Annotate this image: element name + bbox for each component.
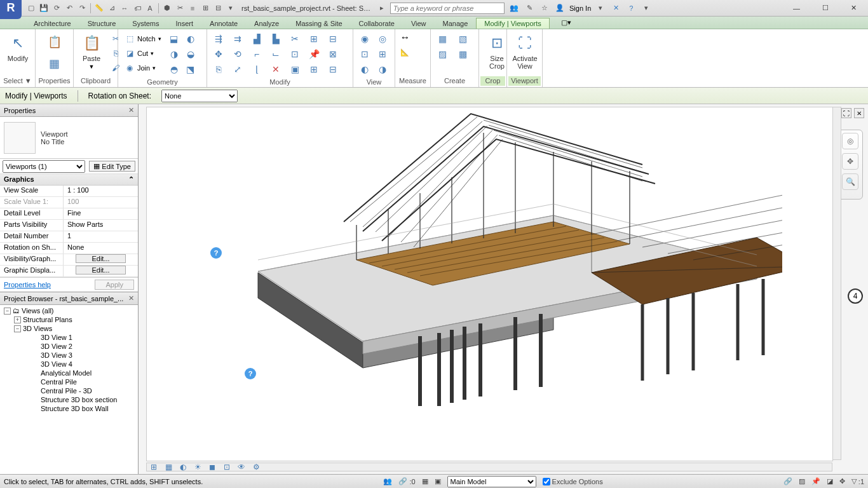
cr3-btn[interactable]: ▨ (435, 47, 450, 61)
group-graphics[interactable]: Graphics⌃ (0, 174, 138, 186)
tab-manage[interactable]: Manage (435, 18, 477, 29)
split2-btn[interactable]: ⊡ (287, 47, 302, 61)
sel-underlay-icon[interactable]: ▨ (799, 477, 805, 485)
crop-icon[interactable]: ⊡ (220, 461, 233, 473)
tab-analyze[interactable]: Analyze (246, 18, 287, 29)
tree-node[interactable]: 3D View 1 (0, 333, 138, 342)
join-button[interactable]: ◉Join▾ (122, 61, 164, 75)
section-icon[interactable]: ✂ (174, 3, 186, 14)
tree-node[interactable]: 3D View 4 (0, 360, 138, 369)
property-row[interactable]: Rotation on Sh...None (0, 243, 138, 254)
instance-selector[interactable]: Viewports (1) (3, 160, 85, 173)
tab-modify-viewports[interactable]: Modify | Viewports (476, 18, 549, 29)
sun-icon[interactable]: ☀ (191, 461, 204, 473)
mirror2-btn[interactable]: ▙ (268, 32, 283, 46)
text-icon[interactable]: A (144, 3, 156, 14)
arr3-btn[interactable]: ⊞ (306, 62, 322, 76)
tree-node[interactable]: Structure 3D box Wall (0, 404, 138, 413)
help-icon[interactable]: ? (625, 3, 637, 14)
pan-icon[interactable]: ✥ (842, 153, 858, 170)
rotate-btn[interactable]: ⟲ (230, 47, 245, 61)
signin-link[interactable]: Sign In (569, 4, 591, 12)
geom3-icon[interactable]: ◒ (183, 47, 198, 61)
exclude-options-check[interactable]: Exclude Options (543, 478, 603, 485)
undo-icon[interactable]: ↶ (64, 3, 75, 14)
expand-icon[interactable]: + (14, 316, 21, 323)
design-options-icon[interactable]: ▦ (422, 477, 428, 485)
property-row[interactable]: Visibility/Graph...Edit... (0, 254, 138, 266)
max-view-icon[interactable]: ⛶ (841, 108, 851, 118)
property-row[interactable]: View Scale1 : 100 (0, 186, 138, 197)
array-btn[interactable]: ⊞ (306, 32, 322, 46)
drag-icon[interactable]: ✥ (839, 477, 845, 485)
user-icon[interactable]: 👤 (554, 3, 566, 14)
trim-btn[interactable]: ⌐ (249, 47, 264, 61)
sel-link-icon[interactable]: 🔗 (783, 477, 792, 485)
sel-face-icon[interactable]: ◪ (827, 477, 833, 485)
ribbon-switch-icon[interactable]: ▢▾ (555, 17, 578, 29)
thin-icon[interactable]: ≡ (187, 3, 198, 14)
modify-button[interactable]: ↖Modify (4, 32, 32, 64)
collapse-icon[interactable]: ⌃ (128, 175, 134, 184)
tab-annotate[interactable]: Annotate (201, 18, 246, 29)
vw2-btn[interactable]: ◎ (375, 32, 390, 46)
cut-geom-button[interactable]: ◪Cut▾ (122, 46, 164, 60)
panel-title-select[interactable]: Select ▼ (1, 76, 34, 86)
mirror-btn[interactable]: ▟ (249, 32, 264, 46)
copy2-btn[interactable]: ⎘ (211, 62, 226, 76)
type-properties-button[interactable]: ▦ (43, 53, 66, 74)
dim-icon[interactable]: ↔ (119, 3, 130, 14)
app-menu-icon[interactable]: R (0, 0, 22, 19)
drawing-canvas[interactable]: ? ? (146, 107, 833, 461)
redo-icon[interactable]: ↷ (76, 3, 88, 14)
title-next-icon[interactable]: ▸ (376, 3, 388, 14)
signin-dropdown-icon[interactable]: ▾ (595, 3, 606, 14)
tree-node[interactable]: Central Pile - 3D (0, 386, 138, 395)
close-icon[interactable]: ✕ (128, 294, 134, 302)
subscription-icon[interactable]: 👥 (508, 3, 520, 14)
group-btn[interactable]: ▣ (287, 62, 302, 76)
scale-btn[interactable]: ⤢ (230, 62, 245, 76)
rotation-select[interactable]: None (161, 90, 238, 102)
favorite-icon[interactable]: ☆ (539, 3, 550, 14)
model-select[interactable]: Main Model (447, 476, 536, 487)
geom1-icon[interactable]: ◐ (183, 32, 198, 46)
measure1-btn[interactable]: ↔ (400, 32, 426, 46)
3d-icon[interactable]: ⬢ (161, 3, 173, 14)
vw4-btn[interactable]: ⊞ (375, 47, 390, 61)
activate-view-button[interactable]: ⛶Activate View (511, 32, 539, 71)
split-btn[interactable]: ✂ (287, 32, 302, 46)
property-row[interactable]: Detail Number1 (0, 231, 138, 243)
measure-icon[interactable]: 📏 (93, 3, 105, 14)
cr1-btn[interactable]: ▦ (435, 32, 450, 46)
tree-node[interactable]: 3D View 2 (0, 342, 138, 351)
tab-architecture[interactable]: Architecture (25, 18, 79, 29)
save-icon[interactable]: 💾 (38, 3, 50, 14)
cr2-btn[interactable]: ▧ (455, 32, 470, 46)
pin-btn[interactable]: 📌 (306, 47, 322, 61)
align-btn[interactable]: ⇶ (211, 32, 226, 46)
arr4-btn[interactable]: ⊟ (325, 62, 341, 76)
tab-structure[interactable]: Structure (79, 18, 125, 29)
zoom-icon[interactable]: 🔍 (842, 173, 858, 190)
tab-systems[interactable]: Systems (124, 18, 167, 29)
sel-pin-icon[interactable]: 📌 (811, 477, 820, 485)
visual-icon[interactable]: ◐ (177, 461, 189, 473)
tab-insert[interactable]: Insert (168, 18, 202, 29)
close-view-icon[interactable]: ✕ (854, 108, 864, 118)
edit-type-button[interactable]: ▦Edit Type (89, 161, 135, 172)
notch-button[interactable]: ⬚Notch▾ (122, 32, 164, 46)
property-row[interactable]: Detail LevelFine (0, 208, 138, 220)
tab-massing[interactable]: Massing & Site (287, 18, 350, 29)
apply-button[interactable]: Apply (95, 280, 134, 290)
close-views-icon[interactable]: ⊞ (200, 3, 211, 14)
type-selector[interactable]: ViewportNo Title (0, 117, 138, 159)
comm-icon[interactable]: ✎ (524, 3, 535, 14)
reveal-icon[interactable]: ⚙ (250, 461, 262, 473)
tree-root[interactable]: −🗂Views (all) (0, 306, 138, 315)
shadow-icon[interactable]: ◼ (206, 461, 219, 473)
help-dropdown-icon[interactable]: ▾ (641, 3, 652, 14)
tree-node[interactable]: Analytical Model (0, 369, 138, 377)
geom5-icon[interactable]: ⬔ (183, 62, 198, 76)
hide-icon[interactable]: 👁 (235, 461, 248, 473)
